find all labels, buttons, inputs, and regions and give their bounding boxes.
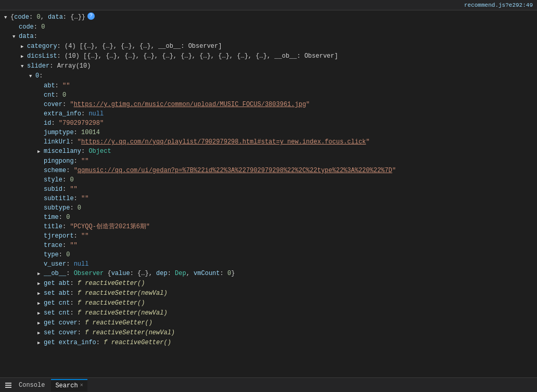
- set-cover-toggle[interactable]: [37, 328, 44, 338]
- tjreport-line: tjreport: "": [0, 231, 537, 241]
- abt-line: abt: "": [0, 81, 537, 90]
- subtype-line: subtype: 0: [0, 203, 537, 213]
- search-tab-close[interactable]: ×: [80, 383, 83, 388]
- bottom-bar: Console Search ×: [0, 377, 537, 392]
- set-abt-line[interactable]: set abt: f reactiveSetter(newVal): [0, 289, 537, 298]
- get-abt-line[interactable]: get abt: f reactiveGetter(): [0, 279, 537, 289]
- data-line[interactable]: data:: [0, 32, 537, 42]
- search-tab-label: Search: [55, 382, 78, 389]
- console-tab[interactable]: Console: [15, 379, 49, 391]
- get-cover-toggle[interactable]: [37, 318, 44, 328]
- id-line: id: "7902979298": [0, 119, 537, 128]
- title-line: title: "PCYQQ-创造营2021第6期": [0, 222, 537, 231]
- root-toggle[interactable]: [4, 12, 10, 22]
- set-cnt-line[interactable]: set cnt: f reactiveSetter(newVal): [0, 308, 537, 318]
- get-cover-line[interactable]: get cover: f reactiveGetter(): [0, 318, 537, 328]
- zero-toggle[interactable]: [29, 71, 35, 81]
- slider-toggle[interactable]: [21, 61, 27, 71]
- miscellany-line[interactable]: miscellany: Object: [0, 147, 537, 156]
- scheme-line: scheme: "qqmusic://qq.com/ui/gedan?p=%7B…: [0, 166, 537, 175]
- console-output[interactable]: {code: 0, data: {…}}? code: 0 data: cate…: [0, 10, 537, 377]
- help-icon[interactable]: ?: [87, 12, 95, 20]
- set-cnt-toggle[interactable]: [37, 308, 44, 318]
- file-reference: recommend.js?e292:49: [464, 2, 533, 8]
- linkurl-line: linkUrl: "https://y.qq.com/n/yqq/playlis…: [0, 137, 537, 147]
- console-tab-label: Console: [19, 382, 45, 389]
- dicslist-line[interactable]: dicsList: (10) [{…}, {…}, {…}, {…}, {…},…: [0, 51, 537, 61]
- time-line: time: 0: [0, 213, 537, 222]
- linkurl-url[interactable]: https://y.qq.com/n/yqq/playlist/79029792…: [81, 137, 366, 147]
- cover-line: cover: "https://y.gtimg.cn/music/common/…: [0, 100, 537, 109]
- scheme-url[interactable]: qqmusic://qq.com/ui/gedan?p=%7B%22id%22%…: [78, 166, 392, 175]
- subid-line: subid: "": [0, 185, 537, 194]
- zero-line[interactable]: 0:: [0, 71, 537, 81]
- cover-url[interactable]: https://y.gtimg.cn/music/common/upload/M…: [74, 100, 306, 109]
- get-extra-info-toggle[interactable]: [37, 338, 44, 348]
- cnt-line: cnt: 0: [0, 90, 537, 100]
- trace-line: trace: "": [0, 241, 537, 250]
- miscellany-toggle[interactable]: [37, 147, 44, 156]
- jumptype-line: jumptype: 10014: [0, 128, 537, 137]
- code-line: code: 0: [0, 22, 537, 32]
- ob-toggle[interactable]: [37, 269, 44, 279]
- get-abt-toggle[interactable]: [37, 279, 44, 289]
- slider-line[interactable]: slider: Array(10): [0, 61, 537, 71]
- set-cover-line[interactable]: set cover: f reactiveSetter(newVal): [0, 328, 537, 338]
- v-user-line: v_user: null: [0, 259, 537, 269]
- category-line[interactable]: category: (4) [{…}, {…}, {…}, {…}, __ob_…: [0, 42, 537, 51]
- get-cnt-line[interactable]: get cnt: f reactiveGetter(): [0, 298, 537, 308]
- devtools-panel: recommend.js?e292:49 {code: 0, data: {…}…: [0, 0, 537, 392]
- subtitle-line: subtitle: "": [0, 194, 537, 203]
- style-line: style: 0: [0, 175, 537, 185]
- menu-icon[interactable]: [4, 381, 12, 389]
- dicslist-toggle[interactable]: [21, 51, 27, 61]
- get-extra-info-line[interactable]: get extra_info: f reactiveGetter(): [0, 338, 537, 348]
- set-abt-toggle[interactable]: [37, 289, 44, 298]
- data-toggle[interactable]: [12, 32, 19, 42]
- pingpong-line: pingpong: "": [0, 156, 537, 166]
- extra-info-line: extra_info: null: [0, 109, 537, 119]
- get-cnt-toggle[interactable]: [37, 298, 44, 308]
- ob-line[interactable]: __ob__: Observer {value: {…}, dep: Dep, …: [0, 269, 537, 279]
- search-tab[interactable]: Search ×: [51, 379, 87, 391]
- type-line: type: 0: [0, 250, 537, 259]
- top-bar: recommend.js?e292:49: [0, 0, 537, 10]
- root-object-line[interactable]: {code: 0, data: {…}}?: [0, 12, 537, 22]
- category-toggle[interactable]: [21, 42, 27, 51]
